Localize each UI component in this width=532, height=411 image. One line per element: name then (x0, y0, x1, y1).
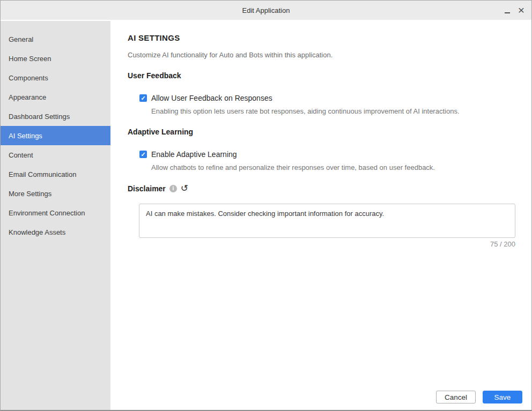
disclaimer-textarea[interactable]: AI can make mistakes. Consider checking … (139, 204, 515, 238)
disclaimer-title: Disclaimer (128, 184, 166, 193)
dialog-body: General Home Screen Components Appearanc… (1, 20, 531, 410)
sidebar-item-email-communication[interactable]: Email Communication (1, 165, 110, 184)
close-icon[interactable]: × (518, 4, 524, 16)
info-icon[interactable]: i (169, 185, 177, 192)
sidebar-item-components[interactable]: Components (1, 68, 110, 87)
sidebar-item-ai-settings[interactable]: AI Settings (1, 126, 110, 145)
titlebar: Edit Application × (1, 1, 531, 20)
sidebar-item-home-screen[interactable]: Home Screen (1, 49, 110, 68)
edit-application-dialog: Edit Application × General Home Screen C… (0, 0, 532, 411)
user-feedback-description: Enabling this option lets users rate bot… (151, 107, 515, 115)
adaptive-learning-description: Allow chatbots to refine and personalize… (151, 163, 515, 171)
section-title-user-feedback: User Feedback (128, 71, 515, 80)
page-title: AI SETTINGS (128, 33, 515, 42)
user-feedback-checkbox[interactable]: ✓ (139, 94, 147, 102)
footer-actions: Cancel Save (436, 391, 522, 403)
cancel-button[interactable]: Cancel (436, 391, 476, 403)
window-title: Edit Application (242, 6, 290, 14)
page-subtitle: Customize AI functionality for Auto and … (128, 51, 515, 59)
disclaimer-header: Disclaimer i ↺ (128, 184, 515, 193)
disclaimer-field-wrap: AI can make mistakes. Consider checking … (139, 204, 515, 248)
sidebar-item-more-settings[interactable]: More Settings (1, 184, 110, 203)
user-feedback-checkbox-label[interactable]: Allow User Feedback on Responses (151, 94, 272, 102)
char-counter: 75 / 200 (139, 240, 515, 248)
sidebar-item-general[interactable]: General (1, 29, 110, 49)
sidebar-item-dashboard-settings[interactable]: Dashboard Settings (1, 107, 110, 126)
settings-sidebar: General Home Screen Components Appearanc… (1, 21, 110, 410)
sidebar-item-content[interactable]: Content (1, 145, 110, 165)
save-button[interactable]: Save (483, 391, 522, 403)
adaptive-learning-checkbox-label[interactable]: Enable Adaptive Learning (151, 150, 237, 159)
sidebar-item-appearance[interactable]: Appearance (1, 87, 110, 107)
window-controls: × (505, 1, 524, 20)
sidebar-item-knowledge-assets[interactable]: Knowledge Assets (1, 222, 110, 242)
user-feedback-checkbox-row[interactable]: ✓ Allow User Feedback on Responses (139, 94, 515, 102)
sidebar-item-environment-connection[interactable]: Environment Connection (1, 203, 110, 222)
adaptive-learning-checkbox-row[interactable]: ✓ Enable Adaptive Learning (139, 150, 515, 159)
section-title-adaptive-learning: Adaptive Learning (128, 128, 515, 136)
ai-settings-panel: AI SETTINGS Customize AI functionality f… (110, 20, 532, 410)
refresh-icon[interactable]: ↺ (181, 184, 188, 193)
minimize-icon[interactable] (505, 12, 510, 13)
adaptive-learning-checkbox[interactable]: ✓ (139, 151, 147, 158)
